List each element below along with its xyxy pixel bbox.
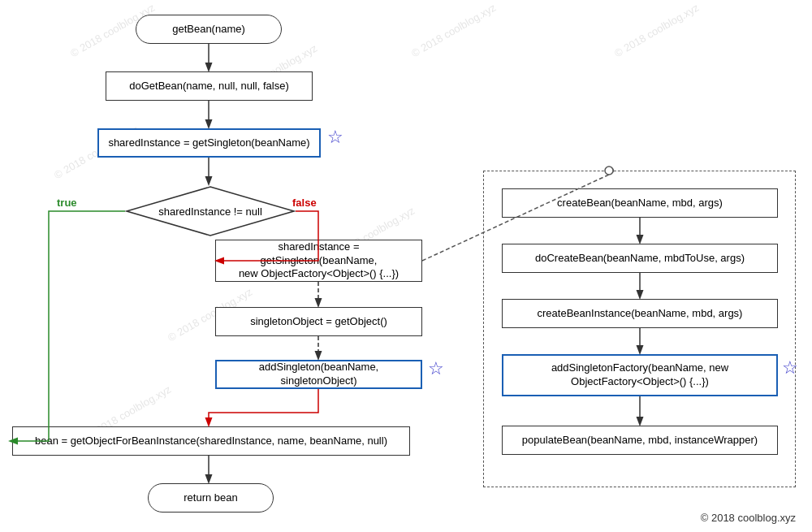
createBeanInstance-box: createBeanInstance(beanName, mbd, args) xyxy=(502,299,778,328)
addSingletonFactory-box: addSingletonFactory(beanName, new Object… xyxy=(502,354,778,396)
getBean-box: getBean(name) xyxy=(136,15,282,44)
true-label: true xyxy=(57,197,77,209)
diagram-container: © 2018 coolblog.xyz © 2018 coolblog.xyz … xyxy=(0,0,812,532)
sharedInstance2-box: sharedInstance = getSingleton(beanName, … xyxy=(215,240,422,282)
copyright: © 2018 coolblog.xyz xyxy=(701,512,796,524)
false-label: false xyxy=(292,197,317,209)
returnBean-box: return bean xyxy=(148,483,274,513)
star-icon-1: ☆ xyxy=(327,127,343,148)
watermark-3: © 2018 coolblog.xyz xyxy=(409,2,498,60)
getObjectForBeanInstance-box: bean = getObjectForBeanInstance(sharedIn… xyxy=(12,426,410,456)
sharedInstance1-box: sharedInstance = getSingleton(beanName) xyxy=(97,128,321,158)
diamond-wrapper: sharedInstance != null xyxy=(125,185,296,237)
singletonObject-box: singletonObject = getObject() xyxy=(215,307,422,336)
populateBean-box: populateBean(beanName, mbd, instanceWrap… xyxy=(502,426,778,455)
diamond-label: sharedInstance != null xyxy=(125,185,296,237)
doCreateBean-box: doCreateBean(beanName, mbdToUse, args) xyxy=(502,244,778,273)
doGetBean-box: doGetBean(name, null, null, false) xyxy=(106,71,313,101)
watermark-4: © 2018 coolblog.xyz xyxy=(612,2,701,60)
connector-circle xyxy=(606,167,614,175)
createBean-box: createBean(beanName, mbd, args) xyxy=(502,188,778,218)
star-icon-3: ☆ xyxy=(782,357,798,378)
addSingleton-box: addSingleton(beanName, singletonObject) xyxy=(215,360,422,389)
star-icon-2: ☆ xyxy=(428,358,444,379)
